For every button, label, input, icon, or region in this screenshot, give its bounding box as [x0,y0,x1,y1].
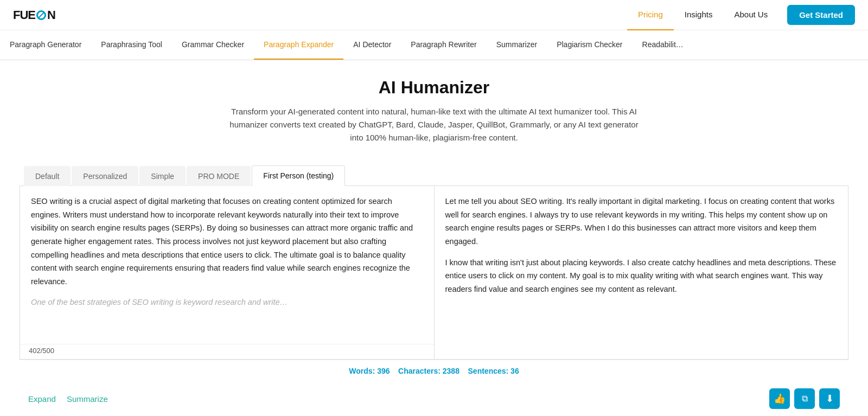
chars-value: 2388 [443,367,459,375]
tab-paragraph-generator[interactable]: Paragraph Generator [0,30,91,60]
hero-description: Transform your AI-generated content into… [222,105,646,144]
nav-links: Pricing Insights About Us Get Started [627,0,855,30]
nav-link-about[interactable]: About Us [723,0,778,30]
copy-icon: ⧉ [802,394,808,404]
get-started-button[interactable]: Get Started [787,5,855,25]
output-paragraph-1: Let me tell you about SEO writing. It's … [445,195,838,248]
mode-tabs: Default Personalized Simple PRO MODE Fir… [20,165,848,186]
tab-paragraph-expander[interactable]: Paragraph Expander [254,30,343,60]
bottom-left-actions: Expand Summarize [28,394,108,404]
logo-text-after: N [47,8,55,22]
char-count: 402/500 [20,344,434,359]
input-pane: SEO writing is a crucial aspect of digit… [20,186,435,359]
output-paragraph-2: I know that writing isn't just about pla… [445,256,838,296]
logo-text-before: FUE [13,8,35,22]
top-nav: FUE N Pricing Insights About Us Get Star… [0,0,868,30]
output-pane: Let me tell you about SEO writing. It's … [435,186,848,359]
main-content: Default Personalized Simple PRO MODE Fir… [11,165,857,415]
chars-label: Characters: [398,367,441,375]
tool-tabs-bar: Paragraph Generator Paraphrasing Tool Gr… [0,30,868,60]
logo[interactable]: FUE N [13,8,55,22]
page-title: AI Humanizer [11,78,857,98]
sentences-label: Sentences: [468,367,509,375]
hero-section: AI Humanizer Transform your AI-generated… [0,60,868,155]
tab-summarizer[interactable]: Summarizer [487,30,547,60]
summarize-link[interactable]: Summarize [67,394,108,404]
bottom-bar: Expand Summarize 👍 ⧉ ⬇ [20,382,848,415]
tab-ai-detector[interactable]: AI Detector [343,30,401,60]
tab-paraphrasing-tool[interactable]: Paraphrasing Tool [91,30,172,60]
tab-personalized[interactable]: Personalized [72,166,138,186]
tab-readability[interactable]: Readabilit… [633,30,693,60]
tab-plagiarism-checker[interactable]: Plagiarism Checker [547,30,632,60]
input-content[interactable]: SEO writing is a crucial aspect of digit… [20,186,434,344]
download-icon: ⬇ [826,393,834,405]
input-paragraph-1: SEO writing is a crucial aspect of digit… [31,195,423,288]
thumbs-up-button[interactable]: 👍 [769,388,790,409]
logo-icon [36,10,46,20]
editor-area: SEO writing is a crucial aspect of digit… [20,186,848,360]
tab-first-person[interactable]: First Person (testing) [252,165,345,186]
words-value: 396 [377,367,390,375]
output-content: Let me tell you about SEO writing. It's … [435,186,848,354]
stats-bar: Words: 396 Characters: 2388 Sentences: 3… [20,360,848,382]
tab-default[interactable]: Default [24,166,71,186]
tab-pro-mode[interactable]: PRO MODE [187,166,251,186]
thumbs-up-icon: 👍 [774,393,786,405]
bottom-right-actions: 👍 ⧉ ⬇ [769,388,840,409]
tab-simple[interactable]: Simple [139,166,186,186]
download-button[interactable]: ⬇ [819,388,840,409]
input-paragraph-partial: One of the best strategies of SEO writin… [31,296,423,309]
nav-link-pricing[interactable]: Pricing [627,0,674,30]
expand-link[interactable]: Expand [28,394,56,404]
tab-paragraph-rewriter[interactable]: Paragraph Rewriter [401,30,486,60]
tab-grammar-checker[interactable]: Grammar Checker [172,30,254,60]
copy-button[interactable]: ⧉ [794,388,815,409]
nav-link-insights[interactable]: Insights [674,0,724,30]
words-label: Words: [349,367,375,375]
sentences-value: 36 [510,367,519,375]
